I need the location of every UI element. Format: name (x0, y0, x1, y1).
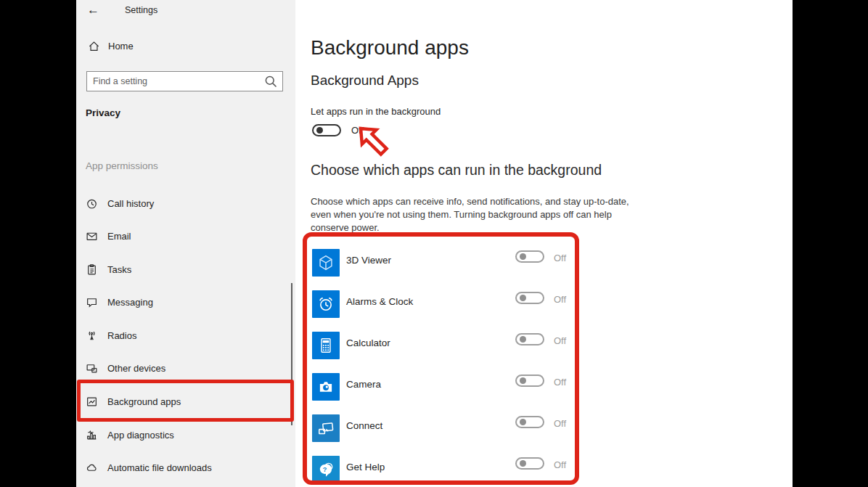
calculator-toggle[interactable] (515, 333, 544, 345)
sidebar-item-label: Call history (107, 198, 154, 209)
home-icon (88, 40, 100, 52)
calculator-icon (312, 332, 340, 359)
sidebar-item-label: Email (107, 231, 131, 242)
get-help-toggle[interactable] (515, 457, 544, 470)
section-heading: Background Apps (311, 73, 419, 89)
sidebar-item-email[interactable]: Email (86, 226, 131, 245)
sidebar-section-title: Privacy (86, 107, 120, 118)
radios-icon (86, 330, 98, 342)
app-diagnostics-icon (86, 429, 98, 441)
back-icon[interactable]: ← (87, 3, 99, 17)
sidebar-item-label: App diagnostics (107, 430, 174, 441)
toggle-knob (316, 127, 323, 134)
app-row-calculator: Calculator Off (295, 332, 600, 359)
alarms-clock-icon (312, 290, 340, 318)
master-toggle-state: Off (351, 125, 364, 136)
search-box (86, 71, 283, 91)
app-name: Connect (346, 420, 382, 431)
app-row-connect: Connect Off (295, 414, 600, 442)
sidebar-item-label: Radios (107, 330, 136, 341)
sidebar-item-tasks[interactable]: Tasks (86, 260, 131, 279)
connect-icon (312, 414, 340, 442)
sidebar-home-label: Home (108, 41, 134, 52)
page-title: Background apps (311, 36, 469, 60)
master-toggle-label: Let apps run in the background (311, 106, 441, 117)
sidebar-item-radios[interactable]: Radios (86, 326, 136, 345)
app-name: Camera (346, 379, 381, 390)
app-toggle-state: Off (554, 335, 566, 346)
sidebar-item-call-history[interactable]: Call history (86, 194, 154, 213)
sidebar-item-label: Tasks (107, 264, 131, 275)
camera-toggle[interactable] (515, 375, 544, 387)
sidebar-item-label: Messaging (107, 297, 153, 308)
choose-apps-heading: Choose which apps can run in the backgro… (311, 162, 602, 179)
background-apps-icon (86, 396, 98, 408)
3d-viewer-icon (312, 249, 340, 277)
app-row-alarms-clock: Alarms & Clock Off (295, 290, 600, 318)
get-help-icon: ? (312, 456, 340, 483)
camera-icon (312, 373, 340, 401)
app-toggle-state: Off (554, 377, 566, 388)
app-toggle-state: Off (554, 418, 566, 429)
sidebar: ← Settings Home Privacy App permissions … (76, 0, 295, 487)
connect-toggle[interactable] (515, 416, 544, 428)
app-toggle-state: Off (554, 294, 566, 305)
messaging-icon (86, 296, 98, 308)
call-history-icon (86, 197, 98, 210)
sidebar-item-home[interactable]: Home (88, 40, 134, 52)
letterbox-left (0, 0, 76, 487)
window-title: Settings (125, 5, 157, 15)
app-name: Get Help (346, 462, 385, 472)
sidebar-item-label: Other devices (107, 363, 165, 374)
cloud-download-icon (86, 462, 98, 474)
choose-apps-description: Choose which apps can receive info, send… (311, 195, 631, 234)
app-name: 3D Viewer (346, 255, 391, 266)
sidebar-item-background-apps[interactable]: Background apps (86, 392, 181, 411)
other-devices-icon (86, 362, 98, 375)
sidebar-item-messaging[interactable]: Messaging (86, 292, 153, 311)
sidebar-item-other-devices[interactable]: Other devices (86, 359, 165, 377)
app-row-camera: Camera Off (295, 373, 600, 401)
search-input[interactable] (87, 76, 263, 86)
sidebar-item-app-diagnostics[interactable]: App diagnostics (86, 425, 174, 444)
3d-viewer-toggle[interactable] (515, 250, 544, 263)
app-name: Alarms & Clock (346, 296, 413, 307)
main-content: Background apps Background Apps Let apps… (295, 0, 793, 487)
app-toggle-state: Off (554, 459, 566, 470)
app-row-3d-viewer: 3D Viewer Off (295, 249, 600, 277)
sidebar-group-title: App permissions (86, 160, 158, 171)
master-background-apps-toggle[interactable] (312, 124, 341, 136)
sidebar-item-automatic-file-downloads[interactable]: Automatic file downloads (86, 458, 212, 477)
svg-text:?: ? (323, 466, 327, 473)
app-row-get-help: ? Get Help Off (295, 456, 600, 483)
search-icon[interactable] (263, 74, 278, 89)
sidebar-scrollbar[interactable] (291, 283, 292, 425)
sidebar-item-label: Background apps (107, 396, 181, 407)
app-name: Calculator (346, 337, 390, 348)
sidebar-item-label: Automatic file downloads (107, 462, 212, 473)
alarms-clock-toggle[interactable] (515, 292, 544, 304)
app-toggle-state: Off (554, 253, 566, 263)
tasks-icon (86, 263, 98, 276)
email-icon (86, 230, 98, 242)
letterbox-right (793, 0, 868, 487)
settings-window: ← Settings Home Privacy App permissions … (0, 0, 868, 487)
